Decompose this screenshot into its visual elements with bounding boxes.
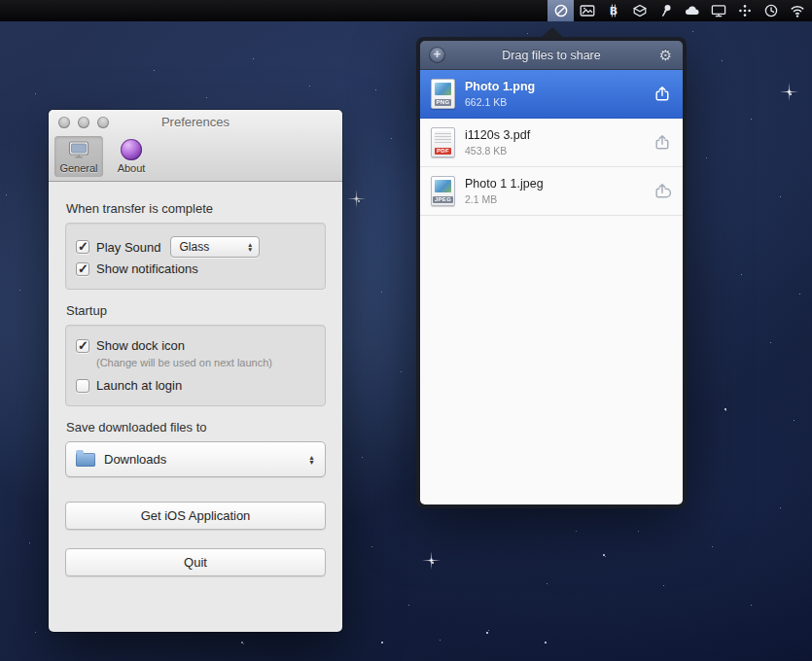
file-thumbnail bbox=[435, 180, 451, 192]
file-size: 662.1 KB bbox=[465, 96, 653, 108]
startup-groupbox: Show dock icon (Change will be used on n… bbox=[65, 325, 326, 406]
tab-general[interactable]: General bbox=[54, 136, 103, 177]
file-list: PNG Photo 1.png 662.1 KB PDF bbox=[420, 70, 683, 504]
dropbox-icon[interactable] bbox=[626, 0, 653, 21]
file-type-badge: JPEG bbox=[433, 196, 453, 203]
preferences-toolbar: General About bbox=[49, 135, 342, 177]
file-name: i1120s 3.pdf bbox=[465, 128, 653, 142]
transfer-section-heading: When transfer is complete bbox=[66, 201, 326, 216]
play-sound-checkbox[interactable] bbox=[76, 240, 89, 254]
wifi-icon[interactable] bbox=[784, 0, 810, 21]
tab-about-label: About bbox=[118, 162, 146, 174]
file-name: Photo 1 1.jpeg bbox=[465, 177, 653, 191]
close-button[interactable] bbox=[58, 117, 70, 128]
launch-login-checkbox[interactable] bbox=[76, 379, 89, 393]
notifications-label: Show notifications bbox=[96, 261, 198, 276]
dock-icon-checkbox[interactable] bbox=[76, 339, 89, 353]
file-type-badge: PNG bbox=[435, 99, 452, 106]
bright-star bbox=[787, 89, 792, 94]
launch-login-label: Launch at login bbox=[96, 378, 182, 393]
pdf-file-icon: PDF bbox=[431, 127, 455, 157]
file-row[interactable]: PNG Photo 1.png 662.1 KB bbox=[420, 70, 683, 119]
popover-title: Drag files to share bbox=[445, 49, 657, 62]
file-row[interactable]: PDF i1120s 3.pdf 453.8 KB bbox=[420, 119, 683, 167]
dots-icon[interactable] bbox=[731, 0, 758, 21]
popover-header: + Drag files to share ⚙ bbox=[420, 41, 683, 70]
cloud-icon[interactable] bbox=[679, 0, 705, 21]
minimize-button[interactable] bbox=[78, 117, 89, 128]
share-icon[interactable] bbox=[653, 182, 672, 200]
menu-bar: B bbox=[0, 0, 812, 21]
add-button[interactable]: + bbox=[429, 47, 445, 63]
menu-bar-status-icons: B bbox=[547, 0, 810, 21]
file-thumbnail bbox=[435, 83, 451, 95]
save-folder-value: Downloads bbox=[104, 452, 166, 467]
time-machine-icon[interactable] bbox=[758, 0, 784, 21]
preferences-window: Preferences General About When transfer … bbox=[49, 110, 342, 632]
notifications-checkbox[interactable] bbox=[76, 262, 89, 276]
general-icon bbox=[66, 138, 91, 161]
preferences-content: When transfer is complete Play Sound Gla… bbox=[49, 182, 342, 576]
file-size: 453.8 KB bbox=[465, 145, 653, 157]
sound-select-value: Glass bbox=[180, 240, 210, 254]
dock-icon-label: Show dock icon bbox=[96, 338, 185, 353]
popover-frame: + Drag files to share ⚙ PNG Photo 1.png … bbox=[416, 37, 687, 508]
jpeg-file-icon: JPEG bbox=[431, 176, 455, 206]
pin-icon[interactable] bbox=[653, 0, 679, 21]
display-icon[interactable] bbox=[705, 0, 731, 21]
dock-icon-row: Show dock icon bbox=[76, 338, 315, 353]
startup-section-heading: Startup bbox=[66, 303, 326, 318]
tab-about[interactable]: About bbox=[107, 136, 156, 177]
image-icon[interactable] bbox=[574, 0, 600, 21]
popover-arrow bbox=[541, 27, 564, 38]
dock-icon-note: (Change will be used on next launch) bbox=[96, 357, 315, 368]
file-size: 2.1 MB bbox=[465, 193, 653, 205]
quit-button[interactable]: Quit bbox=[65, 548, 326, 576]
sound-select[interactable]: Glass ▲▼ bbox=[170, 236, 260, 258]
notifications-row: Show notifications bbox=[76, 261, 315, 276]
file-meta: Photo 1 1.jpeg 2.1 MB bbox=[465, 177, 653, 205]
window-controls bbox=[58, 117, 109, 128]
folder-icon bbox=[76, 453, 95, 467]
settings-gear-icon[interactable]: ⚙ bbox=[657, 47, 674, 63]
about-icon bbox=[119, 138, 144, 161]
app-icon[interactable] bbox=[547, 0, 574, 21]
play-sound-row: Play Sound Glass ▲▼ bbox=[76, 236, 315, 258]
zoom-button[interactable] bbox=[97, 117, 109, 128]
save-folder-select[interactable]: Downloads ▲▼ bbox=[65, 441, 326, 477]
svg-text:B: B bbox=[609, 5, 617, 17]
share-icon[interactable] bbox=[653, 133, 672, 152]
file-name: Photo 1.png bbox=[465, 80, 653, 93]
share-icon[interactable] bbox=[653, 85, 672, 103]
file-thumbnail bbox=[435, 131, 451, 144]
file-type-badge: PDF bbox=[435, 148, 451, 155]
window-header[interactable]: Preferences General About bbox=[49, 110, 342, 182]
tab-general-label: General bbox=[59, 162, 97, 174]
play-sound-label: Play Sound bbox=[96, 240, 161, 255]
bitcoin-icon[interactable]: B bbox=[600, 0, 626, 21]
get-ios-app-button[interactable]: Get iOS Application bbox=[65, 502, 326, 530]
transfer-groupbox: Play Sound Glass ▲▼ Show notifications bbox=[65, 223, 326, 290]
file-meta: Photo 1.png 662.1 KB bbox=[465, 80, 653, 108]
bright-star bbox=[354, 196, 359, 201]
png-file-icon: PNG bbox=[431, 79, 455, 109]
launch-login-row: Launch at login bbox=[76, 378, 315, 393]
stepper-arrows-icon: ▲▼ bbox=[308, 455, 315, 465]
desktop: B bbox=[0, 0, 812, 661]
bright-star bbox=[429, 558, 434, 563]
share-popover: + Drag files to share ⚙ PNG Photo 1.png … bbox=[416, 37, 687, 508]
file-row[interactable]: JPEG Photo 1 1.jpeg 2.1 MB bbox=[420, 167, 683, 216]
stepper-arrows-icon: ▲▼ bbox=[247, 242, 253, 252]
save-section-heading: Save downloaded files to bbox=[66, 420, 326, 435]
file-meta: i1120s 3.pdf 453.8 KB bbox=[465, 128, 653, 157]
